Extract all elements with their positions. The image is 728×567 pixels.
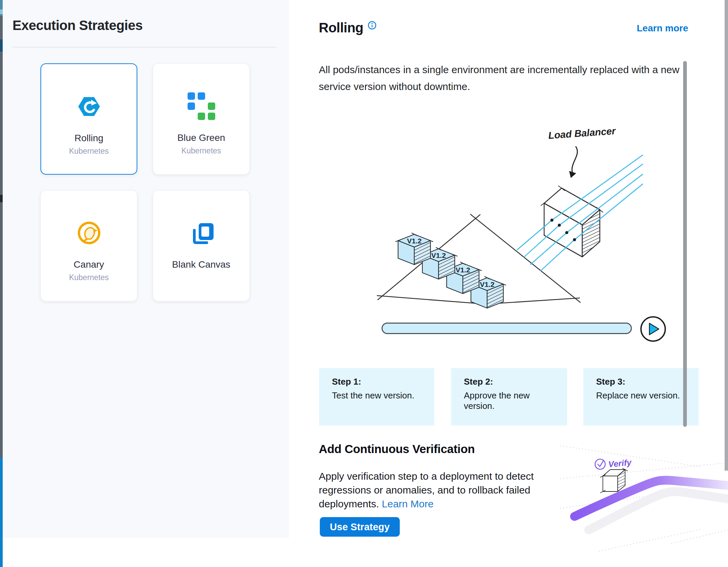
card-title: Canary: [74, 259, 104, 270]
cv-description: Apply verification step to a deployment …: [319, 469, 537, 511]
canary-strategy-icon: [77, 220, 102, 246]
strategy-card-blue-green[interactable]: Blue Green Kubernetes: [153, 63, 250, 175]
blue-green-strategy-icon: [188, 93, 215, 119]
step-text: Replace new version.: [596, 390, 692, 401]
cube-label: V1.2: [480, 280, 494, 288]
strategy-picker-panel: Execution Strategies Rolling Kubernetes: [3, 0, 288, 538]
cube-label: V1.2: [431, 251, 446, 259]
background-app-icon-fragment: [0, 195, 3, 202]
rolling-deployment-illustration: V1.2 V1.2 V1.2 V1.2: [368, 114, 644, 309]
load-balancer-label: Load Balancer: [548, 125, 616, 141]
card-title: Blue Green: [177, 132, 225, 143]
divider: [12, 47, 276, 48]
strategy-description: All pods/instances in a single environme…: [319, 61, 696, 95]
page-title: Execution Strategies: [12, 18, 143, 33]
window-scrollbar-thumb[interactable]: [725, 0, 728, 471]
background-app-nav-selected: [0, 39, 3, 52]
verify-check-icon: [594, 458, 606, 470]
use-strategy-button[interactable]: Use Strategy: [320, 517, 400, 537]
card-title: Blank Canvas: [172, 259, 230, 270]
rolling-strategy-icon: [77, 94, 101, 119]
step-card-1: Step 1: Test the new version.: [319, 368, 434, 425]
cube-label: V1.2: [455, 266, 470, 274]
cv-learn-more-link[interactable]: Learn More: [382, 498, 433, 509]
details-header: Rolling Learn more: [319, 20, 688, 35]
continuous-verification-illustration: Verify: [560, 435, 728, 567]
strategy-title: Rolling: [319, 20, 363, 35]
background-app-sidebar: [0, 52, 3, 457]
annotation-arrow: [572, 147, 578, 174]
cube-label: V1.2: [407, 237, 421, 245]
step-text: Approve the new version.: [464, 390, 560, 411]
strategy-details-panel: Rolling Learn more All pods/instances in…: [288, 0, 728, 567]
cv-section-heading: Add Continuous Verification: [319, 442, 475, 456]
step-card-3: Step 3: Replace new version.: [583, 368, 699, 425]
details-scrollbar-thumb[interactable]: [683, 61, 687, 427]
strategy-card-rolling[interactable]: Rolling Kubernetes: [40, 63, 137, 175]
learn-more-link[interactable]: Learn more: [637, 23, 689, 34]
background-app-logo: [0, 9, 3, 14]
execution-strategies-modal: Execution Strategies Rolling Kubernetes: [0, 0, 728, 567]
step-title: Step 2:: [464, 377, 560, 387]
background-app-sidebar: [0, 16, 3, 39]
card-subtitle: Kubernetes: [69, 273, 109, 282]
card-subtitle: Kubernetes: [181, 146, 221, 155]
play-animation-button[interactable]: [640, 316, 666, 342]
verify-cube-sketch: [600, 468, 628, 493]
blank-canvas-strategy-icon: [189, 220, 214, 246]
step-text: Test the new version.: [332, 390, 427, 401]
step-title: Step 3:: [596, 377, 692, 387]
background-app-footer: [0, 457, 3, 567]
play-icon: [649, 323, 660, 335]
step-card-2: Step 2: Approve the new version.: [451, 368, 567, 425]
card-subtitle: Kubernetes: [69, 147, 109, 156]
animation-progress-bar[interactable]: [382, 323, 632, 334]
card-title: Rolling: [75, 133, 104, 144]
strategy-card-blank-canvas[interactable]: Blank Canvas: [153, 190, 250, 301]
info-icon[interactable]: [368, 21, 376, 31]
step-title: Step 1:: [332, 377, 427, 387]
strategy-card-canary[interactable]: Canary Kubernetes: [40, 190, 137, 301]
verify-label: Verify: [608, 457, 632, 469]
